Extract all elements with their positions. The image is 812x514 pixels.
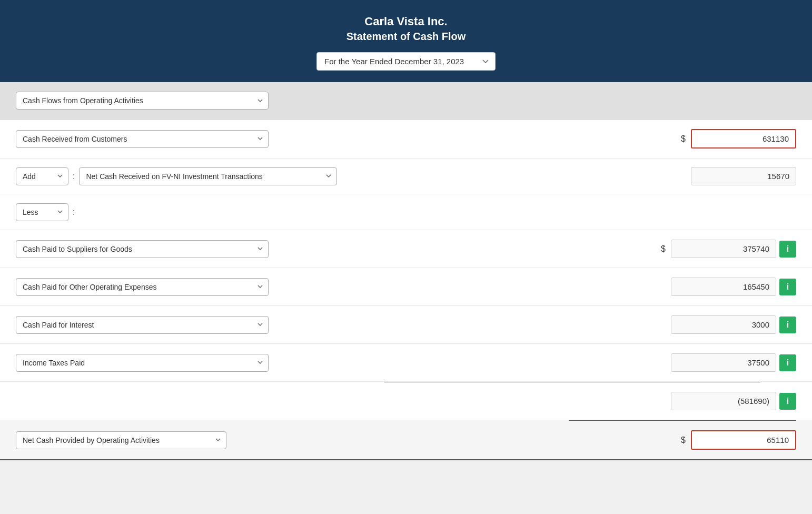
statement-title: Statement of Cash Flow xyxy=(11,31,801,43)
less-modifier-select[interactable]: Less xyxy=(16,203,68,221)
net-cash-input[interactable] xyxy=(691,430,796,450)
cash-received-select[interactable]: Cash Received from Customers xyxy=(16,130,269,148)
taxes-right: i xyxy=(671,353,796,372)
add-right xyxy=(691,167,796,185)
cash-received-right: $ xyxy=(676,129,796,149)
operating-info-btn[interactable]: i xyxy=(779,279,796,295)
net-cash-right: $ xyxy=(676,430,796,450)
interest-input[interactable] xyxy=(671,315,776,334)
interest-select[interactable]: Cash Paid for Interest xyxy=(16,316,269,334)
dollar-sign-2: $ xyxy=(661,244,666,254)
taxes-select[interactable]: Income Taxes Paid xyxy=(16,354,269,372)
net-cash-row: Net Cash Provided by Operating Activitie… xyxy=(0,421,812,460)
page-header: Carla Vista Inc. Statement of Cash Flow … xyxy=(0,0,812,82)
subtotal-info-btn[interactable]: i xyxy=(779,393,796,410)
net-received-input[interactable] xyxy=(691,167,796,185)
operating-right: i xyxy=(671,278,796,296)
add-colon: : xyxy=(73,172,75,181)
main-content: Cash Flows from Operating Activities Cas… xyxy=(0,82,812,460)
interest-row: Cash Paid for Interest i xyxy=(0,306,812,344)
operating-input[interactable] xyxy=(671,278,776,296)
less-colon: : xyxy=(73,207,75,217)
interest-right: i xyxy=(671,315,796,334)
operating-select[interactable]: Cash Paid for Other Operating Expenses xyxy=(16,278,269,296)
dollar-sign-1: $ xyxy=(681,134,686,144)
section-select[interactable]: Cash Flows from Operating Activities xyxy=(16,92,269,110)
year-selector-wrap: For the Year Ended December 31, 2023 xyxy=(11,52,801,71)
suppliers-row: Cash Paid to Suppliers for Goods $ i xyxy=(0,230,812,268)
less-row: Less : xyxy=(0,194,812,230)
suppliers-right: $ i xyxy=(656,240,796,258)
subtotal-input[interactable] xyxy=(671,392,776,410)
taxes-input[interactable] xyxy=(671,353,776,372)
operating-row: Cash Paid for Other Operating Expenses i xyxy=(0,268,812,306)
net-cash-select[interactable]: Net Cash Provided by Operating Activitie… xyxy=(16,431,226,449)
taxes-row: Income Taxes Paid i xyxy=(0,344,812,382)
dollar-sign-3: $ xyxy=(681,436,686,445)
net-received-select[interactable]: Net Cash Received on FV-NI Investment Tr… xyxy=(79,167,337,185)
add-row: Add : Net Cash Received on FV-NI Investm… xyxy=(0,159,812,194)
interest-info-btn[interactable]: i xyxy=(779,317,796,333)
year-selector[interactable]: For the Year Ended December 31, 2023 xyxy=(316,52,496,71)
section-header-row: Cash Flows from Operating Activities xyxy=(0,82,812,120)
cash-received-input[interactable] xyxy=(691,129,796,149)
taxes-info-btn[interactable]: i xyxy=(779,354,796,371)
suppliers-info-btn[interactable]: i xyxy=(779,241,796,258)
subtotal-row: i xyxy=(0,382,812,420)
company-name: Carla Vista Inc. xyxy=(11,15,801,28)
suppliers-input[interactable] xyxy=(671,240,776,258)
suppliers-select[interactable]: Cash Paid to Suppliers for Goods xyxy=(16,240,269,258)
cash-received-row: Cash Received from Customers $ xyxy=(0,120,812,159)
add-modifier-select[interactable]: Add xyxy=(16,167,68,185)
